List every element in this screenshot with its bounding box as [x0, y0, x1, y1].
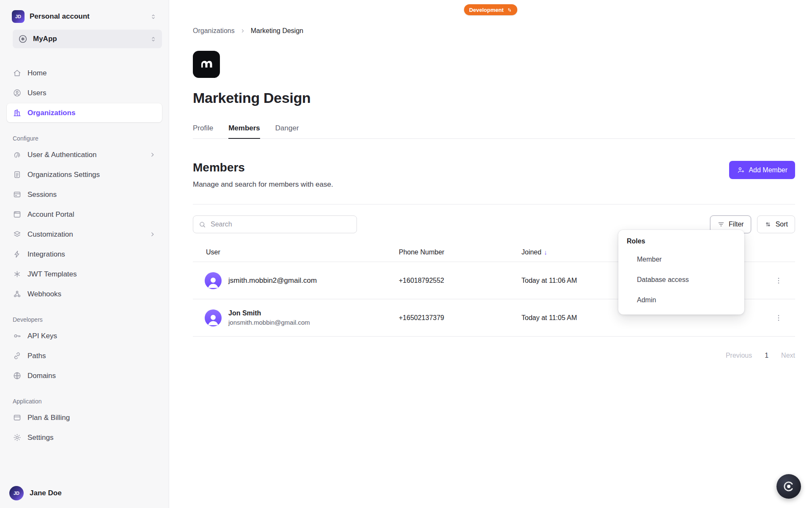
- sidebar-item-integrations[interactable]: Integrations: [7, 245, 162, 264]
- column-header-phone: Phone Number: [399, 248, 521, 256]
- person-icon: [206, 312, 220, 326]
- person-icon: [206, 275, 220, 289]
- sidebar-item-organizations-settings[interactable]: Organizations Settings: [7, 165, 162, 184]
- sidebar-item-label: User & Authentication: [27, 151, 96, 159]
- sidebar-section-application: Plan & Billing Settings: [7, 408, 162, 447]
- gear-icon: [13, 433, 22, 442]
- sidebar-item-label: Webhooks: [27, 290, 61, 298]
- sidebar-item-label: Organizations Settings: [27, 171, 100, 179]
- members-title: Members: [193, 161, 333, 174]
- sidebar-item-label: API Keys: [27, 332, 57, 340]
- page-title: Marketing Design: [193, 90, 795, 106]
- members-header: Members Manage and search for members wi…: [193, 161, 795, 189]
- organization-logo: [193, 51, 220, 78]
- pagination: Previous 1 Next: [193, 352, 795, 359]
- user-menu[interactable]: JD Jane Doe: [9, 486, 62, 500]
- sidebar-item-label: Users: [27, 89, 46, 97]
- roles-option-database-access[interactable]: Database access: [618, 270, 744, 290]
- roles-menu-title: Roles: [618, 237, 744, 245]
- tab-bar: Profile Members Danger: [193, 124, 795, 139]
- globe-icon: [13, 371, 22, 380]
- account-avatar: JD: [12, 10, 25, 23]
- sidebar-item-label: Settings: [27, 433, 53, 442]
- sidebar-item-account-portal[interactable]: Account Portal: [7, 205, 162, 224]
- sidebar-item-webhooks[interactable]: Webhooks: [7, 284, 162, 304]
- kebab-menu-icon: [774, 276, 783, 285]
- chevron-up-down-icon: [150, 13, 157, 20]
- previous-page-button[interactable]: Previous: [726, 352, 752, 359]
- sidebar-item-label: Organizations: [27, 109, 75, 117]
- clipboard-icon: [13, 170, 22, 179]
- tab-profile[interactable]: Profile: [193, 124, 213, 138]
- app-switcher[interactable]: MyApp: [13, 30, 162, 48]
- sidebar-section-configure: User & Authentication Organizations Sett…: [7, 145, 162, 304]
- chevron-right-icon: [149, 151, 156, 158]
- add-member-button[interactable]: Add Member: [729, 161, 795, 179]
- sidebar-item-paths[interactable]: Paths: [7, 346, 162, 365]
- filter-label: Filter: [729, 221, 744, 228]
- clerk-logo-icon: [783, 480, 795, 492]
- lightning-icon: [13, 250, 22, 259]
- account-switcher-label: Personal account: [30, 12, 145, 21]
- row-actions-button[interactable]: [771, 273, 786, 288]
- chevron-right-icon: [240, 28, 246, 34]
- member-avatar: [205, 272, 222, 289]
- member-name: Jon Smith: [228, 309, 310, 317]
- row-actions-button[interactable]: [771, 311, 786, 325]
- sidebar-item-jwt-templates[interactable]: JWT Templates: [7, 265, 162, 284]
- sidebar: JD Personal account MyApp Home Users Org…: [0, 0, 169, 508]
- roles-option-member[interactable]: Member: [618, 249, 744, 270]
- add-member-label: Add Member: [749, 166, 787, 174]
- tab-danger[interactable]: Danger: [275, 124, 299, 138]
- search-input[interactable]: [211, 221, 351, 228]
- sidebar-section-title-application: Application: [7, 398, 162, 405]
- sidebar-item-user-authentication[interactable]: User & Authentication: [7, 145, 162, 164]
- sidebar-item-settings[interactable]: Settings: [7, 428, 162, 447]
- sidebar-item-label: Sessions: [27, 190, 57, 199]
- filter-icon: [717, 221, 725, 228]
- sidebar-item-sessions[interactable]: Sessions: [7, 185, 162, 204]
- sidebar-item-users[interactable]: Users: [7, 83, 162, 102]
- search-icon: [198, 221, 206, 229]
- sort-button[interactable]: Sort: [757, 215, 795, 233]
- divider: [193, 204, 795, 204]
- help-widget-button[interactable]: [776, 474, 801, 499]
- member-phone: +16018792552: [399, 277, 521, 284]
- app-logo-icon: [18, 34, 28, 44]
- webhook-icon: [13, 290, 22, 298]
- home-icon: [13, 69, 22, 77]
- account-switcher[interactable]: JD Personal account: [7, 6, 162, 27]
- swap-arrows-icon: [507, 7, 512, 13]
- sidebar-item-domains[interactable]: Domains: [7, 366, 162, 385]
- sidebar-section-title-configure: Configure: [7, 135, 162, 142]
- add-user-icon: [737, 166, 745, 174]
- member-joined: Today at 11:05 AM: [521, 314, 771, 322]
- sidebar-item-label: JWT Templates: [27, 270, 77, 279]
- sidebar-section-developers: API Keys Paths Domains: [7, 326, 162, 385]
- environment-badge[interactable]: Development: [464, 4, 517, 15]
- tab-members[interactable]: Members: [228, 124, 260, 138]
- environment-badge-label: Development: [469, 7, 504, 13]
- app-switcher-label: MyApp: [33, 35, 145, 43]
- breadcrumb-organizations[interactable]: Organizations: [193, 27, 235, 35]
- member-cell: Jon Smith jonsmith.mobbin@gmail.com: [193, 309, 399, 326]
- credit-card-icon: [13, 413, 22, 422]
- fingerprint-icon: [13, 150, 22, 159]
- column-header-user: User: [193, 248, 399, 256]
- sidebar-item-label: Home: [27, 69, 47, 77]
- roles-filter-menu: Roles Member Database access Admin: [618, 230, 744, 315]
- sidebar-item-home[interactable]: Home: [7, 64, 162, 83]
- search-box: [193, 215, 357, 233]
- spark-icon: [13, 270, 22, 279]
- next-page-button[interactable]: Next: [781, 352, 795, 359]
- member-phone: +16502137379: [399, 314, 521, 322]
- sidebar-item-plan-billing[interactable]: Plan & Billing: [7, 408, 162, 427]
- roles-option-admin[interactable]: Admin: [618, 290, 744, 310]
- sidebar-item-organizations[interactable]: Organizations: [7, 103, 162, 122]
- roles-menu-options: Member Database access Admin: [618, 249, 744, 310]
- sidebar-item-api-keys[interactable]: API Keys: [7, 326, 162, 345]
- key-icon: [13, 331, 22, 340]
- sort-direction-arrow: ↓: [544, 248, 547, 256]
- sidebar-item-customization[interactable]: Customization: [7, 225, 162, 244]
- sidebar-item-label: Domains: [27, 372, 56, 380]
